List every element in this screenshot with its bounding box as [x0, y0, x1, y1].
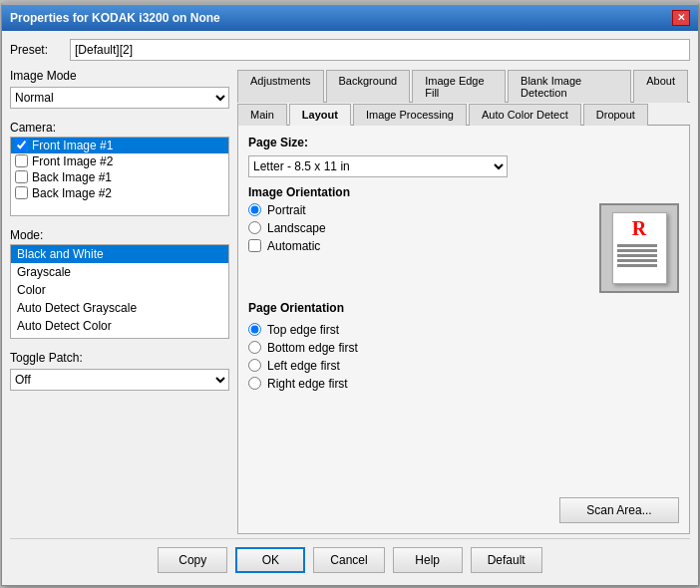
- camera-item-front1[interactable]: Front Image #1: [11, 138, 228, 153]
- right-edge-radio[interactable]: [248, 377, 261, 390]
- automatic-checkbox[interactable]: [248, 239, 261, 252]
- page-size-label: Page Size:: [248, 136, 679, 149]
- landscape-label: Landscape: [267, 221, 326, 235]
- preview-line-5: [617, 264, 658, 267]
- image-orientation-label: Image Orientation: [248, 185, 679, 199]
- toggle-label: Toggle Patch:: [10, 351, 229, 365]
- tab-image-processing[interactable]: Image Processing: [353, 104, 467, 126]
- top-edge-label: Top edge first: [267, 323, 339, 337]
- preview-r-letter: R: [632, 217, 646, 240]
- camera-label: Camera:: [10, 121, 229, 135]
- tab-row-1: Adjustments Background Image Edge Fill B…: [237, 69, 690, 103]
- tab-layout[interactable]: Layout: [289, 104, 351, 126]
- tab-image-edge-fill[interactable]: Image Edge Fill: [412, 70, 506, 103]
- preview-line-3: [617, 254, 658, 257]
- tab-background[interactable]: Background: [326, 70, 411, 103]
- tab-auto-color[interactable]: Auto Color Detect: [469, 104, 581, 126]
- ok-button[interactable]: OK: [235, 547, 305, 573]
- scan-area-row: Scan Area...: [248, 487, 679, 523]
- bottom-edge-label: Bottom edge first: [267, 341, 358, 355]
- tab-main[interactable]: Main: [237, 104, 287, 126]
- preview-line-1: [617, 244, 658, 247]
- left-edge-radio[interactable]: [248, 359, 261, 372]
- cancel-button[interactable]: Cancel: [313, 547, 384, 573]
- mode-item-auto-gray[interactable]: Auto Detect Grayscale: [11, 299, 228, 317]
- camera-checkbox-front1[interactable]: [15, 139, 28, 151]
- preview-line-2: [617, 249, 658, 252]
- portrait-label: Portrait: [267, 203, 306, 217]
- orientation-options: Portrait Landscape Automatic: [248, 203, 589, 253]
- left-panel: Image Mode Normal Camera: Front Image #1: [10, 69, 229, 534]
- preset-input[interactable]: [70, 39, 690, 61]
- camera-checkbox-back1[interactable]: [15, 170, 28, 183]
- camera-label-front1: Front Image #1: [32, 139, 113, 152]
- default-button[interactable]: Default: [471, 547, 542, 573]
- camera-checkbox-front2[interactable]: [15, 154, 28, 167]
- toggle-section: Toggle Patch: Off: [10, 351, 229, 391]
- top-edge-radio[interactable]: [248, 323, 261, 336]
- camera-checkbox-back2[interactable]: [15, 186, 28, 199]
- tab-adjustments[interactable]: Adjustments: [237, 70, 324, 103]
- bottom-bar: Copy OK Cancel Help Default: [10, 538, 690, 577]
- mode-label: Mode:: [10, 228, 229, 242]
- portrait-row: Portrait: [248, 203, 589, 217]
- camera-item-back1[interactable]: Back Image #1: [11, 169, 228, 185]
- preset-row: Preset:: [10, 39, 690, 61]
- image-orientation-section: Image Orientation Portrait Landscape: [248, 185, 679, 293]
- title-bar: Properties for KODAK i3200 on None ✕: [2, 5, 698, 31]
- right-panel: Adjustments Background Image Edge Fill B…: [237, 69, 690, 534]
- preset-label: Preset:: [10, 43, 70, 57]
- tab-row-2: Main Layout Image Processing Auto Color …: [237, 103, 690, 126]
- portrait-radio[interactable]: [248, 203, 261, 216]
- scan-area-button[interactable]: Scan Area...: [559, 497, 679, 523]
- tab-content: Page Size: Letter - 8.5 x 11 in Image Or…: [237, 126, 690, 534]
- page-preview: R: [599, 203, 679, 293]
- window-body: Preset: Image Mode Normal Camera:: [2, 31, 698, 585]
- main-window: Properties for KODAK i3200 on None ✕ Pre…: [1, 3, 699, 586]
- left-edge-label: Left edge first: [267, 359, 340, 373]
- window-title: Properties for KODAK i3200 on None: [10, 11, 220, 25]
- camera-section: Camera: Front Image #1 Front Image #2: [10, 121, 229, 216]
- camera-list: Front Image #1 Front Image #2 Back Image…: [10, 137, 229, 216]
- mode-item-grayscale[interactable]: Grayscale: [11, 263, 228, 281]
- page-orientation-section: Page Orientation Top edge first Bottom e…: [248, 301, 679, 391]
- copy-button[interactable]: Copy: [158, 547, 227, 573]
- image-mode-select[interactable]: Normal: [10, 87, 229, 109]
- page-size-section: Page Size: Letter - 8.5 x 11 in: [248, 136, 679, 177]
- camera-item-back2[interactable]: Back Image #2: [11, 185, 228, 201]
- camera-item-front2[interactable]: Front Image #2: [11, 153, 228, 169]
- right-edge-label: Right edge first: [267, 377, 348, 391]
- image-mode-section: Image Mode Normal: [10, 69, 229, 109]
- mode-item-auto-color[interactable]: Auto Detect Color: [11, 317, 228, 335]
- landscape-radio[interactable]: [248, 221, 261, 234]
- preview-line-4: [617, 259, 658, 262]
- top-edge-row: Top edge first: [248, 323, 679, 337]
- mode-list: Black and White Grayscale Color Auto Det…: [10, 244, 229, 339]
- close-button[interactable]: ✕: [672, 10, 690, 26]
- mode-item-color[interactable]: Color: [11, 281, 228, 299]
- mode-item-bw[interactable]: Black and White: [11, 245, 228, 263]
- camera-label-back1: Back Image #1: [32, 170, 112, 184]
- landscape-row: Landscape: [248, 221, 589, 235]
- main-content: Image Mode Normal Camera: Front Image #1: [10, 69, 690, 534]
- page-preview-inner: R: [612, 212, 667, 284]
- page-orientation-label: Page Orientation: [248, 301, 679, 315]
- help-button[interactable]: Help: [393, 547, 463, 573]
- left-edge-row: Left edge first: [248, 359, 679, 373]
- tab-about[interactable]: About: [633, 70, 688, 103]
- tab-dropout[interactable]: Dropout: [583, 104, 648, 126]
- image-orientation-content: Portrait Landscape Automatic: [248, 203, 679, 293]
- automatic-label: Automatic: [267, 239, 320, 253]
- image-mode-label: Image Mode: [10, 69, 229, 83]
- mode-section: Mode: Black and White Grayscale Color Au…: [10, 228, 229, 339]
- automatic-row: Automatic: [248, 239, 589, 253]
- camera-label-back2: Back Image #2: [32, 186, 112, 200]
- page-size-select[interactable]: Letter - 8.5 x 11 in: [248, 155, 508, 177]
- bottom-edge-radio[interactable]: [248, 341, 261, 354]
- tab-blank-image[interactable]: Blank Image Detection: [508, 70, 631, 103]
- toggle-select[interactable]: Off: [10, 369, 229, 391]
- preview-lines: [617, 244, 662, 267]
- right-edge-row: Right edge first: [248, 377, 679, 391]
- bottom-edge-row: Bottom edge first: [248, 341, 679, 355]
- camera-label-front2: Front Image #2: [32, 154, 113, 168]
